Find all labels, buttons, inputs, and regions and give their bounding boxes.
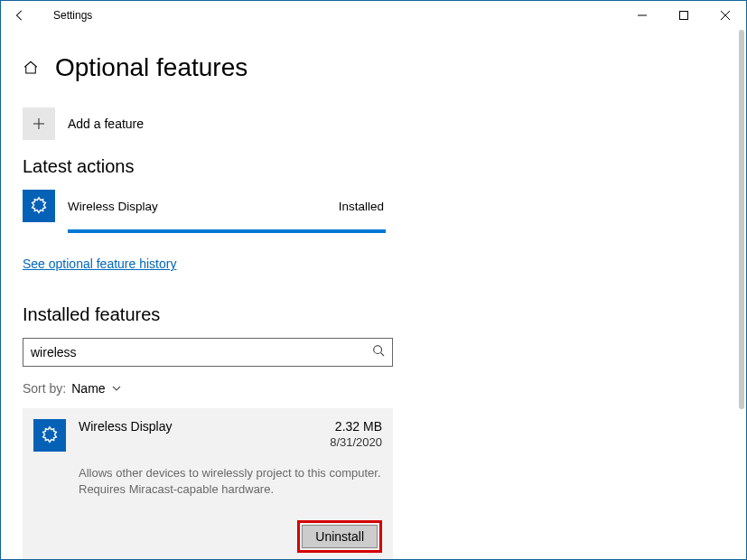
minimize-button[interactable] (621, 1, 663, 30)
sort-value: Name (71, 381, 105, 396)
latest-actions-heading: Latest actions (23, 156, 724, 177)
svg-rect-1 (680, 12, 688, 20)
sort-row[interactable]: Sort by: Name (23, 381, 724, 396)
feature-icon (33, 419, 66, 452)
search-input[interactable] (31, 345, 372, 359)
search-icon (372, 344, 385, 360)
add-feature-label: Add a feature (68, 117, 144, 131)
page-title: Optional features (55, 53, 247, 82)
feature-card[interactable]: Wireless Display 2.32 MB 8/31/2020 Allow… (23, 408, 393, 560)
latest-action-item: Wireless Display Installed (23, 190, 384, 222)
page-content: Optional features Add a feature Latest a… (1, 30, 746, 560)
latest-action-status: Installed (339, 200, 384, 213)
window-title: Settings (53, 9, 92, 22)
feature-history-link[interactable]: See optional feature history (23, 257, 176, 271)
maximize-button[interactable] (663, 1, 705, 30)
scrollbar[interactable] (739, 30, 744, 409)
uninstall-highlight: Uninstall (297, 520, 382, 553)
chevron-down-icon (111, 382, 122, 397)
feature-date: 8/31/2020 (79, 435, 382, 449)
feature-description: Allows other devices to wirelessly proje… (79, 465, 382, 497)
plus-icon (23, 107, 55, 140)
uninstall-button[interactable]: Uninstall (302, 525, 378, 548)
back-button[interactable] (8, 9, 32, 23)
home-icon[interactable] (23, 60, 39, 76)
page-header: Optional features (23, 53, 724, 82)
svg-line-7 (381, 353, 385, 357)
close-button[interactable] (705, 1, 746, 30)
install-progress (68, 229, 386, 233)
add-feature-row[interactable]: Add a feature (23, 107, 724, 140)
installed-features-heading: Installed features (23, 304, 724, 325)
window-controls (621, 1, 746, 30)
svg-point-6 (374, 346, 382, 354)
feature-icon (23, 190, 55, 222)
feature-name: Wireless Display (79, 419, 172, 434)
titlebar: Settings (1, 1, 746, 30)
feature-size: 2.32 MB (335, 419, 382, 434)
sort-label: Sort by: (23, 381, 66, 396)
search-box[interactable] (23, 338, 393, 367)
latest-action-name: Wireless Display (68, 200, 158, 213)
